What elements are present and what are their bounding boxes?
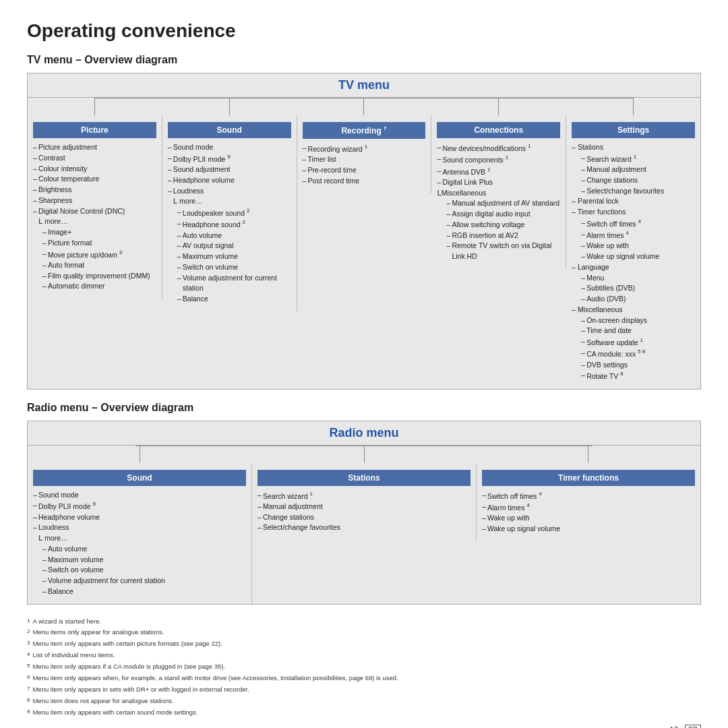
list-item: Auto volume <box>33 544 246 555</box>
list-item: Manual adjustment <box>572 164 695 175</box>
list-item: Allow switching voltage <box>437 220 560 231</box>
list-item: Time and date <box>572 326 695 336</box>
page-number: 17 - GB <box>27 725 701 728</box>
list-item: Software update 1 <box>572 336 695 348</box>
list-item: Volume adjustment for current station <box>33 576 246 586</box>
list-item: Subtitles (DVB) <box>572 283 695 294</box>
list-item: Wake up signal volume <box>572 251 695 262</box>
list-item: L more… <box>33 533 246 544</box>
list-item: RGB insertion at AV2 <box>437 231 560 241</box>
tv-menu-diagram: TV menu Picture Picture adjustment Contr… <box>27 73 701 390</box>
list-item: Automatic dimmer <box>33 281 156 292</box>
radio-sound-col: Sound Sound mode Dolby PLII mode 9 Headp… <box>28 463 252 604</box>
list-item: Balance <box>33 586 246 597</box>
list-item: Auto format <box>33 260 156 271</box>
footnote-8: 8Menu item does not appear for analogue … <box>27 696 701 708</box>
list-item: Auto volume <box>168 231 291 241</box>
list-item: LMiscellaneous <box>437 188 560 199</box>
section2-title: Radio menu – Overview diagram <box>27 402 701 414</box>
list-item: Move picture up/down 3 <box>33 249 156 260</box>
list-item: CA module: xxx 5 8 <box>572 348 695 359</box>
list-item: Sharpness <box>33 195 156 206</box>
recording-col: Recording 7 Recording wizard 1 Timer lis… <box>297 115 432 193</box>
list-item: Select/change favourites <box>257 522 471 533</box>
list-item: Alarm times 4 <box>572 229 695 241</box>
list-item: Colour intensity <box>33 164 156 175</box>
footnote-7: 7Menu item only appears in sets with DR+… <box>27 685 701 696</box>
list-item: Balance <box>168 294 291 305</box>
list-item: On-screen displays <box>572 315 695 326</box>
list-item: Contrast <box>33 153 156 164</box>
list-item: Headphone volume <box>33 512 246 523</box>
list-item: Timer list <box>303 154 426 165</box>
list-item: AV output signal <box>168 241 291 251</box>
list-item: Select/change favourites <box>572 186 695 197</box>
list-item: Manual adjustment of AV standard <box>437 198 560 209</box>
list-item: Dolby PLII mode 9 <box>33 500 246 512</box>
list-item: L more… <box>33 216 156 227</box>
list-item: Post record time <box>303 176 426 187</box>
list-item: – Timer functions <box>572 207 695 218</box>
radio-menu-label: Radio menu <box>28 421 700 446</box>
radio-timer-header: Timer functions <box>482 470 695 486</box>
list-item: Digital Noise Control (DNC) <box>33 206 156 217</box>
list-item: New devices/modifications 1 <box>437 142 560 154</box>
radio-menu-diagram: Radio menu Sound Sound mode Dolby PLII m… <box>27 421 701 605</box>
page-title: Operating convenience <box>27 20 701 42</box>
list-item: Wake up with <box>482 513 695 524</box>
list-item: Picture adjustment <box>33 142 156 153</box>
connections-col: Connections New devices/modifications 1 … <box>431 115 566 269</box>
list-item: Headphone volume <box>168 175 291 186</box>
list-item: Picture format <box>33 238 156 249</box>
list-item: Recording wizard 1 <box>303 143 426 154</box>
list-item: L more… <box>168 196 291 207</box>
list-item: Loudness <box>33 522 246 533</box>
list-item: Film quality improvement (DMM) <box>33 271 156 282</box>
list-item: – Stations <box>572 142 695 153</box>
radio-menu-columns: Sound Sound mode Dolby PLII mode 9 Headp… <box>28 463 700 604</box>
tv-menu-label: TV menu <box>28 73 700 98</box>
list-item: Sound mode <box>33 490 246 501</box>
list-item: Change stations <box>257 512 471 523</box>
list-item: Sound components 1 <box>437 154 560 165</box>
footnote-5: 5Menu item only appears if a CA module i… <box>27 662 701 673</box>
radio-stations-header: Stations <box>257 470 471 486</box>
list-item: Switch off times 4 <box>572 218 695 229</box>
picture-col: Picture Picture adjustment Contrast Colo… <box>28 115 162 299</box>
list-item: Headphone sound 2 <box>168 218 291 230</box>
footnotes: 1A wizard is started here. 2Menu items o… <box>27 617 701 719</box>
list-item: Change stations <box>572 175 695 186</box>
list-item: – Parental lock <box>572 196 695 207</box>
list-item: Rotate TV 6 <box>572 370 695 382</box>
settings-header: Settings <box>572 122 695 138</box>
picture-header: Picture <box>33 122 156 138</box>
list-item: Colour temperature <box>33 174 156 185</box>
section1-title: TV menu – Overview diagram <box>27 54 701 66</box>
list-item: Remote TV switch on via Digital Link HD <box>437 241 560 262</box>
list-item: Manual adjustment <box>257 502 471 512</box>
list-item: Assign digital audio input <box>437 209 560 220</box>
radio-stations-col: Stations Search wizard 1 Manual adjustme… <box>252 463 477 541</box>
list-item: Switch off times 4 <box>482 490 695 502</box>
list-item: DVB settings <box>572 360 695 371</box>
list-item: Loudspeaker sound 2 <box>168 207 291 218</box>
list-item: Audio (DVB) <box>572 294 695 305</box>
settings-col: Settings – Stations Search wizard 1 Manu… <box>566 115 700 389</box>
radio-timer-col: Timer functions Switch off times 4 Alarm… <box>477 463 700 541</box>
list-item: Alarm times 4 <box>482 502 695 513</box>
recording-header: Recording 7 <box>303 122 426 139</box>
radio-sound-header: Sound <box>33 470 246 486</box>
sound-header: Sound <box>168 122 291 138</box>
list-item: Dolby PLII mode 9 <box>168 153 291 164</box>
footnote-4: 4List of individual menu items. <box>27 650 701 662</box>
list-item: Brightness <box>33 185 156 195</box>
list-item: Search wizard 1 <box>572 153 695 164</box>
list-item: Digital Link Plus <box>437 177 560 188</box>
list-item: Maximum volume <box>168 251 291 262</box>
footnote-3: 3Menu item only appears with certain pic… <box>27 639 701 650</box>
list-item: Switch on volume <box>168 262 291 273</box>
tv-menu-columns: Picture Picture adjustment Contrast Colo… <box>28 115 700 389</box>
list-item: Sound adjustment <box>168 164 291 175</box>
footnote-1: 1A wizard is started here. <box>27 617 701 628</box>
list-item: Wake up signal volume <box>482 524 695 535</box>
